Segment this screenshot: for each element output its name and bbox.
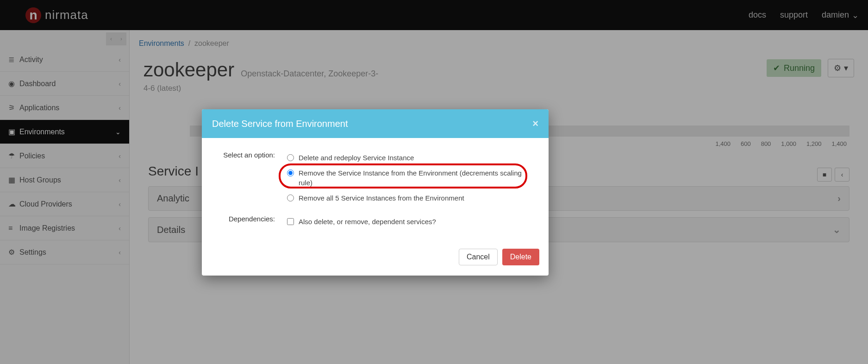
radio-delete-redeploy[interactable] <box>287 154 294 161</box>
modal-header: Delete Service from Environment × <box>202 109 549 138</box>
modal-body: Select an option: Delete and redeploy Se… <box>202 138 549 242</box>
option-text: Delete and redeploy Service Instance <box>299 153 533 163</box>
modal-footer: Cancel Delete <box>202 242 549 276</box>
option-delete-redeploy[interactable]: Delete and redeploy Service Instance <box>283 150 537 165</box>
checkbox-dependencies[interactable] <box>287 218 294 225</box>
option-text: Remove the Service Instance from the Env… <box>299 168 533 188</box>
modal-title: Delete Service from Environment <box>212 119 348 129</box>
option-remove-all[interactable]: Remove all 5 Service Instances from the … <box>283 190 537 206</box>
option-label: Select an option: <box>214 150 283 206</box>
dependencies-option[interactable]: Also delete, or remove, dependent servic… <box>283 214 537 229</box>
delete-service-modal: Delete Service from Environment × Select… <box>202 109 549 276</box>
radio-remove-instance[interactable] <box>287 169 294 176</box>
option-group: Delete and redeploy Service Instance Rem… <box>283 150 537 206</box>
cancel-button[interactable]: Cancel <box>459 249 498 265</box>
option-remove-instance[interactable]: Remove the Service Instance from the Env… <box>283 165 537 190</box>
radio-remove-all[interactable] <box>287 195 294 201</box>
delete-button[interactable]: Delete <box>502 249 539 265</box>
dependencies-text: Also delete, or remove, dependent servic… <box>299 217 533 226</box>
dependencies-label: Dependencies: <box>214 214 283 229</box>
close-icon[interactable]: × <box>532 118 538 130</box>
option-text: Remove all 5 Service Instances from the … <box>299 193 533 203</box>
